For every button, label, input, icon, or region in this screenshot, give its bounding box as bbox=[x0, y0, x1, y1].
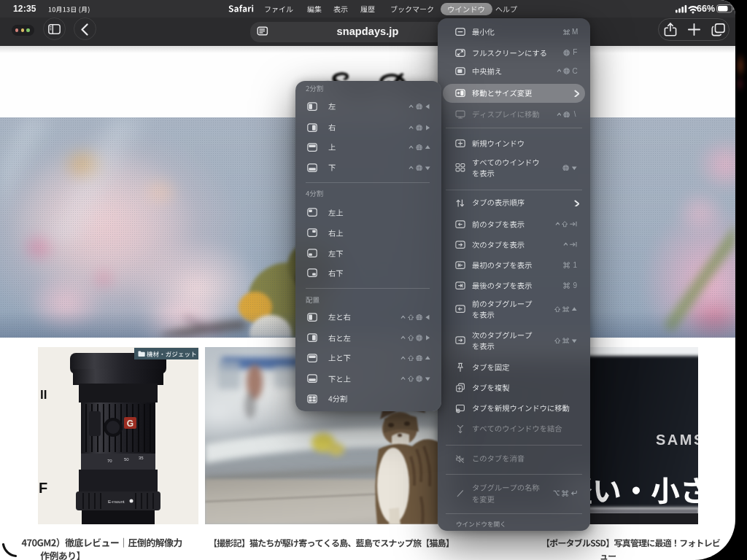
svg-text:70: 70 bbox=[107, 459, 112, 463]
svg-text:F: F bbox=[39, 480, 47, 496]
svg-text:G: G bbox=[127, 419, 133, 429]
svg-text:50: 50 bbox=[124, 457, 129, 462]
svg-text:II: II bbox=[40, 388, 47, 402]
svg-text:E-mount: E-mount bbox=[108, 499, 125, 504]
svg-text:35: 35 bbox=[139, 456, 144, 460]
